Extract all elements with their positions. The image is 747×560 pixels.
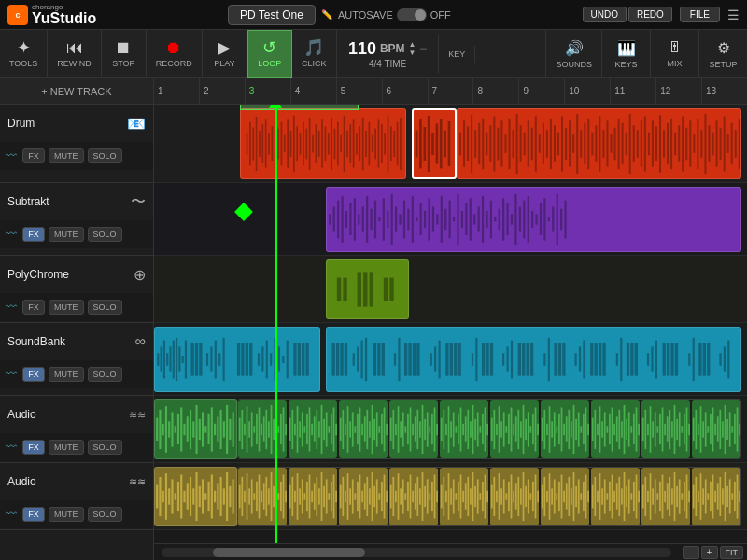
autosave-toggle[interactable] [397,8,427,21]
svg-rect-402 [427,412,429,446]
mute-button-drum[interactable]: MUTE [49,148,84,163]
svg-rect-20 [309,118,311,170]
wave-icon-soundbank: 〰 [6,368,17,381]
svg-rect-359 [318,421,320,437]
zoom-minus-button[interactable]: - [683,546,699,559]
time-signature[interactable]: 4/4 TIME [369,59,406,69]
bpm-up-arrow[interactable]: ▲ [409,41,416,49]
audio2-subclip[interactable] [692,468,740,525]
keys-button[interactable]: 🎹 KEYS [601,30,650,78]
file-button[interactable]: FILE [680,7,720,22]
svg-rect-177 [507,203,509,235]
solo-button-audio1[interactable]: SOLO [88,440,122,455]
clip-audio2-main[interactable] [237,467,741,526]
audio1-subclip[interactable] [641,400,690,458]
sounds-button[interactable]: 🔊 SOUNDS [545,30,601,78]
fx-button-soundbank[interactable]: FX [22,367,45,382]
project-name-button[interactable]: PD Test One [228,5,316,25]
click-button[interactable]: 🎵 CliCK [292,30,337,78]
solo-button-subtrakt[interactable]: SOLO [88,227,122,242]
audio1-subclip[interactable] [440,400,488,458]
svg-rect-115 [670,119,672,169]
svg-rect-144 [371,209,373,231]
rewind-button[interactable]: ⏮ REWIND [48,30,102,78]
svg-rect-49 [400,118,402,170]
svg-rect-698 [604,479,606,513]
audio1-subclip[interactable] [389,400,438,458]
audio2-subclip[interactable] [289,468,337,525]
svg-rect-434 [508,414,510,444]
audio1-subclip[interactable] [490,400,539,458]
mute-button-subtrakt[interactable]: MUTE [49,227,84,242]
clip-soundbank-start[interactable] [154,327,320,392]
fx-button-polychrome[interactable]: FX [22,300,45,315]
mute-button-audio1[interactable]: MUTE [49,440,84,455]
clip-soundbank-main[interactable] [326,327,741,392]
clip-audio1-start[interactable] [154,399,237,459]
scroll-track[interactable] [162,548,671,557]
clip-drum-selected[interactable] [412,108,457,179]
svg-rect-283 [627,343,629,375]
ruler[interactable]: 1 2 3 4 5 6 7 8 9 10 11 12 13 [154,78,747,105]
fit-button[interactable]: FIT [720,546,744,559]
redo-button[interactable]: REDO [628,7,672,22]
stop-button[interactable]: ⏹ SToP [102,30,147,78]
clip-subtrakt-1[interactable] [326,187,741,252]
bpm-display[interactable]: 110 BPM ▲ ▼ – [348,39,427,59]
fx-button-subtrakt[interactable]: FX [22,227,45,242]
svg-rect-336 [261,424,262,435]
setup-button[interactable]: ⚙ SETUP [698,30,747,78]
audio1-subclip[interactable] [591,400,640,458]
audio2-subclip[interactable] [339,468,388,525]
undo-button[interactable]: UNDO [583,7,627,22]
audio2-subclip[interactable] [238,468,287,525]
svg-rect-497 [666,416,668,441]
clip-audio1-main[interactable] [237,399,741,459]
fx-button-audio1[interactable]: FX [22,440,45,455]
audio1-subclip[interactable] [238,400,287,458]
audio1-subclip[interactable] [692,400,740,458]
audio2-subclip[interactable] [440,468,488,525]
fx-button-audio2[interactable]: FX [22,507,45,522]
loop-button[interactable]: ↺ LOOP [247,30,292,78]
bpm-down-arrow[interactable]: ▼ [409,49,416,57]
clip-audio2-start[interactable] [154,467,237,526]
svg-rect-371 [349,421,351,437]
audio1-subclip[interactable] [289,400,337,458]
audio2-subclip[interactable] [490,468,539,525]
svg-rect-180 [519,206,521,231]
mute-button-audio2[interactable]: MUTE [49,507,84,522]
play-button[interactable]: ▶ PLAY [203,30,247,78]
svg-rect-569 [277,493,279,499]
svg-rect-308 [177,414,179,444]
audio1-subclip[interactable] [339,400,388,458]
audio2-subclip[interactable] [541,468,589,525]
clip-drum-1[interactable] [240,108,406,179]
scroll-thumb[interactable] [213,548,366,557]
svg-rect-635 [445,491,447,502]
fx-button-drum[interactable]: FX [22,148,45,163]
tracks-canvas[interactable]: // We'll generate many audio clips dynam… [154,105,747,543]
edit-icon[interactable]: ✏️ [321,9,332,20]
tools-button[interactable]: ✦ TOOLS [0,30,48,78]
audio2-subclip[interactable] [389,468,438,525]
svg-rect-175 [499,209,500,231]
mute-button-soundbank[interactable]: MUTE [49,367,84,382]
record-button[interactable]: ⏺ RECORD [147,30,203,78]
mute-button-polychrome[interactable]: MUTE [49,300,84,315]
new-track-button[interactable]: + NEW TRACK [0,78,153,105]
svg-rect-248 [413,343,416,375]
mix-button[interactable]: 🎚 MIX [650,30,698,78]
zoom-plus-button[interactable]: + [701,546,718,559]
audio2-subclip[interactable] [591,468,640,525]
solo-button-polychrome[interactable]: SOLO [88,300,122,315]
audio1-subclip[interactable] [541,400,589,458]
solo-button-audio2[interactable]: SOLO [88,507,122,522]
clip-polychrome-1[interactable] [326,259,409,319]
svg-rect-586 [321,472,323,521]
clip-drum-2[interactable] [457,108,741,179]
menu-icon[interactable]: ☰ [727,7,740,22]
audio2-subclip[interactable] [641,468,690,525]
solo-button-drum[interactable]: SOLO [88,148,122,163]
solo-button-soundbank[interactable]: SOLO [88,367,122,382]
